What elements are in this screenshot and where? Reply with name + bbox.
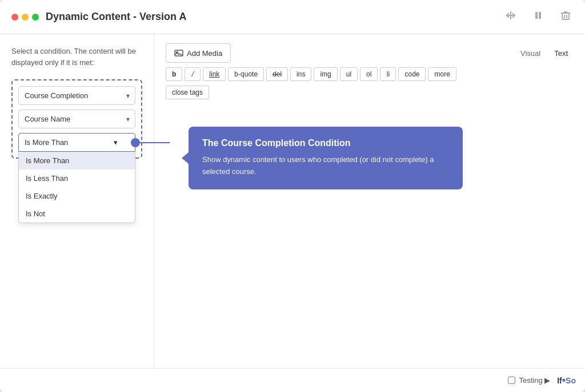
dot-yellow[interactable] — [22, 14, 29, 21]
close-tags-button[interactable]: close tags — [166, 86, 209, 99]
operator-select-wrapper: Is More Than ▾ Is More Than Is Less Than… — [18, 133, 135, 152]
connector-dot — [131, 138, 140, 147]
dropdown-item-less-than[interactable]: Is Less Than — [19, 169, 135, 187]
title-bar-actions — [503, 7, 574, 26]
logo: If • So — [557, 374, 576, 386]
italic-button[interactable]: / — [185, 67, 201, 81]
pause-icon[interactable] — [530, 7, 546, 26]
toolbar-buttons-row2: close tags — [166, 86, 574, 99]
svg-rect-0 — [535, 12, 538, 19]
testing-label: Testing ▶ — [519, 376, 550, 385]
condition-description: Select a condition. The content will be … — [11, 46, 142, 68]
condition-type-select[interactable]: Course Completion User Role Post Type Da… — [18, 86, 135, 105]
dot-green[interactable] — [32, 14, 39, 21]
view-toggle: Visual Text — [515, 47, 574, 60]
svg-rect-2 — [562, 13, 569, 19]
add-media-icon — [174, 49, 183, 58]
operator-current-value: Is More Than — [25, 138, 68, 147]
left-panel: Select a condition. The content will be … — [0, 34, 154, 368]
info-box-title: The Course Completion Condition — [202, 138, 449, 148]
dropdown-item-exactly[interactable]: Is Exactly — [19, 187, 135, 205]
link-button[interactable]: link — [203, 67, 226, 81]
app-window: Dynamic Content - Version A — [0, 0, 585, 392]
text-view-button[interactable]: Text — [548, 47, 574, 60]
add-media-label: Add Media — [187, 49, 222, 58]
operator-dropdown-trigger[interactable]: Is More Than ▾ — [18, 133, 135, 152]
condition-box: Course Completion User Role Post Type Da… — [11, 79, 142, 159]
dot-red[interactable] — [11, 14, 18, 21]
dropdown-item-more-than[interactable]: Is More Than — [19, 152, 135, 169]
course-completion-info-box: The Course Completion Condition Show dyn… — [189, 127, 463, 189]
ol-button[interactable]: ol — [360, 67, 378, 81]
ins-button[interactable]: ins — [290, 67, 311, 81]
delete-icon[interactable] — [558, 7, 574, 26]
operator-dropdown-list: Is More Than Is Less Than Is Exactly Is … — [18, 152, 135, 223]
info-box-container: The Course Completion Condition Show dyn… — [166, 115, 574, 189]
del-button[interactable]: del — [266, 67, 288, 81]
page-title: Dynamic Content - Version A — [46, 11, 186, 23]
li-button[interactable]: li — [380, 67, 396, 81]
ul-button[interactable]: ul — [340, 67, 358, 81]
logo-if: If — [557, 376, 562, 385]
visual-view-button[interactable]: Visual — [515, 47, 546, 60]
testing-checkbox[interactable] — [508, 377, 515, 384]
code-button[interactable]: code — [398, 67, 426, 81]
dropdown-item-not[interactable]: Is Not — [19, 205, 135, 223]
course-field-select[interactable]: Course Name Course ID Course Category — [18, 110, 135, 128]
bottom-bar: Testing ▶ If • So — [0, 368, 585, 392]
svg-rect-1 — [539, 12, 541, 19]
course-field-select-wrapper: Course Name Course ID Course Category ▾ — [18, 110, 135, 128]
editor-toolbar: Add Media Visual Text b / link b-quote d… — [166, 43, 574, 99]
bquote-button[interactable]: b-quote — [228, 67, 264, 81]
toolbar-buttons-row1: b / link b-quote del ins img ul ol li co… — [166, 67, 574, 81]
title-bar-left: Dynamic Content - Version A — [11, 11, 186, 23]
info-box-text: Show dynamic content to users who comple… — [202, 154, 449, 178]
more-button[interactable]: more — [428, 67, 456, 81]
bold-button[interactable]: b — [166, 67, 182, 81]
condition-type-select-wrapper: Course Completion User Role Post Type Da… — [18, 86, 135, 105]
right-panel: Add Media Visual Text b / link b-quote d… — [154, 34, 585, 368]
img-button[interactable]: img — [314, 67, 337, 81]
chevron-down-icon-3: ▾ — [114, 138, 118, 147]
traffic-lights — [11, 14, 39, 21]
main-content: Select a condition. The content will be … — [0, 34, 585, 368]
toolbar-top: Add Media Visual Text — [166, 43, 574, 63]
add-media-button[interactable]: Add Media — [166, 43, 231, 63]
connector-line — [140, 142, 170, 143]
title-bar: Dynamic Content - Version A — [0, 0, 585, 34]
logo-so: So — [566, 376, 576, 385]
testing-area: Testing ▶ — [508, 376, 550, 385]
move-icon[interactable] — [503, 7, 519, 26]
